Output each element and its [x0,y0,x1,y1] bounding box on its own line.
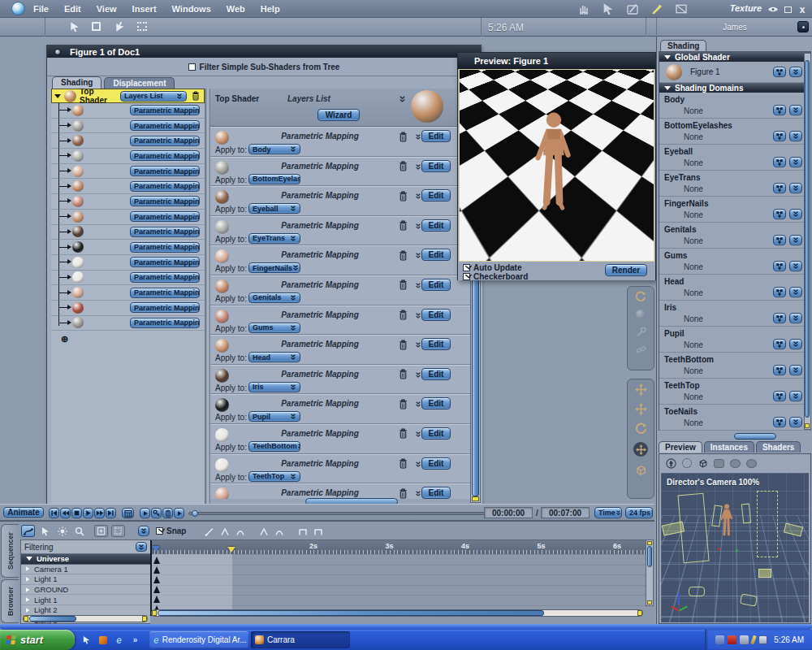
frame-all-icon[interactable] [94,525,108,537]
shader-thumbnail[interactable] [64,90,76,102]
trash-icon[interactable] [398,339,408,350]
edit-button[interactable]: Edit [421,160,451,172]
menu-item[interactable]: Insert [132,4,157,14]
shading-domain-item[interactable]: Pupil None [659,327,810,353]
chevron-down-icon[interactable] [415,371,421,379]
reference-box-icon[interactable] [634,464,647,477]
apply-to-dropdown[interactable]: TeethTop [248,471,300,482]
figure-in-scene[interactable] [715,500,739,548]
edit-button[interactable]: Edit [421,309,451,321]
shader-layer-row[interactable]: Parametric Mapping Edit Apply to: Iris [210,365,470,395]
filtering-dropdown-icon[interactable] [136,542,147,552]
nodes-icon[interactable] [773,365,786,375]
tray-display-icon[interactable] [758,635,767,644]
trash-icon[interactable] [398,398,408,410]
scrollbar-thumb[interactable] [158,610,544,616]
tangent-in-icon[interactable] [257,525,270,537]
expander-icon[interactable] [26,577,30,582]
chevron-down-icon[interactable] [789,365,802,375]
storyboard-room-icon[interactable] [624,1,641,17]
chevron-down-icon[interactable] [415,341,421,349]
shader-thumbnail[interactable] [72,105,84,116]
scene-object-row[interactable]: GROUND [21,585,150,596]
checkerboard-checkbox[interactable] [463,273,470,280]
shader-type-dropdown[interactable]: Parametric Mapping [130,318,200,328]
shading-domain-item[interactable]: Gums None [659,249,810,275]
shader-type-dropdown[interactable]: Parametric Mapping [130,211,200,222]
shader-type-dropdown[interactable]: Parametric Mapping [130,196,200,206]
edit-button[interactable]: Edit [421,249,451,261]
tree-shader-row[interactable]: Parametric Mapping [51,210,205,225]
shader-thumbnail[interactable] [72,180,84,192]
chevron-down-icon[interactable] [789,131,802,141]
tab-shading-right[interactable]: Shading [660,40,706,51]
orbit-mode-icon[interactable] [682,458,692,468]
nodes-icon[interactable] [773,67,786,77]
trash-icon[interactable] [398,458,408,470]
zoom-icon[interactable] [72,525,86,537]
chevron-down-icon[interactable] [789,287,802,297]
tree-shader-row[interactable]: Parametric Mapping [51,240,205,255]
shader-type-dropdown[interactable]: Parametric Mapping [130,227,200,237]
window-menu-button[interactable] [54,49,61,55]
rewind-button[interactable] [60,508,71,518]
keyframe-marker[interactable] [153,596,160,603]
panel-options-button[interactable] [797,21,809,32]
shader-thumbnail[interactable] [72,120,84,132]
slider-thumb[interactable] [192,510,198,517]
textured-mode-icon[interactable] [746,459,757,468]
shader-thumbnail[interactable] [72,317,84,328]
tree-shader-row[interactable]: Parametric Mapping [51,285,205,301]
next-key-button[interactable] [174,508,184,518]
brightness-icon[interactable] [55,525,69,537]
dolly-tool-icon[interactable] [635,403,647,415]
chevron-down-icon[interactable] [415,282,421,289]
trash-icon[interactable] [398,161,408,172]
light-wireframe[interactable] [757,491,778,557]
apply-to-dropdown[interactable]: Iris [248,382,300,392]
domains-horizontal-scroll[interactable] [734,433,776,440]
tree-shader-row[interactable]: Parametric Mapping [51,255,205,271]
shader-type-dropdown[interactable]: Parametric Mapping [130,288,200,298]
preview-title-bar[interactable]: Preview: Figure 1 [458,53,655,69]
play-button[interactable] [83,508,93,518]
detail-header-type[interactable]: Layers List [287,94,330,103]
timeline-horizontal-scrollbar[interactable] [151,609,643,617]
trash-icon[interactable] [398,249,408,261]
tree-horizontal-scrollbar[interactable] [23,615,148,622]
scene-object-row[interactable]: Camera 1 [21,565,150,575]
edit-button[interactable]: Edit [421,279,451,291]
start-button[interactable]: start [0,630,75,650]
nodes-icon[interactable] [773,105,786,115]
shader-layer-row[interactable]: Parametric Mapping Edit Apply to: Finger… [210,245,470,275]
taskbar-item-carrara[interactable]: Carrara [251,631,350,648]
marquee-tool-icon[interactable] [137,22,147,31]
chevron-down-icon[interactable] [789,313,802,323]
light-object[interactable] [758,569,771,578]
nodes-icon[interactable] [773,157,786,167]
chevron-down-icon[interactable] [789,105,802,115]
shader-type-dropdown[interactable]: Parametric Mapping [130,181,200,192]
scene-object-row[interactable]: Light 1 [21,595,150,605]
shader-thumbnail[interactable] [72,302,84,314]
options-dropdown-icon[interactable] [138,526,149,536]
menu-item[interactable]: Edit [64,4,81,14]
tree-shader-row[interactable]: Parametric Mapping [51,149,205,164]
edit-button[interactable]: Edit [421,338,451,350]
edit-button[interactable]: Edit [421,487,451,499]
tree-shader-row[interactable]: Parametric Mapping [51,316,205,332]
expander-icon[interactable] [26,597,30,602]
scrollbar-thumb[interactable] [805,60,810,418]
expander-icon[interactable] [26,557,32,561]
apply-to-dropdown[interactable]: FingerNails [248,262,300,273]
shader-thumbnail[interactable] [72,135,84,146]
current-time-field[interactable]: 00:00:00 [484,507,533,518]
total-time-field[interactable]: 00:07:00 [541,507,590,518]
trash-icon[interactable] [398,280,408,291]
go-to-start-button[interactable] [49,508,59,518]
trash-icon[interactable] [398,310,408,321]
tab-preview[interactable]: Preview [659,441,702,453]
assemble-room-icon[interactable] [575,1,593,17]
menu-item[interactable]: Windows [172,4,211,14]
sphere-tool-icon[interactable] [636,310,646,319]
